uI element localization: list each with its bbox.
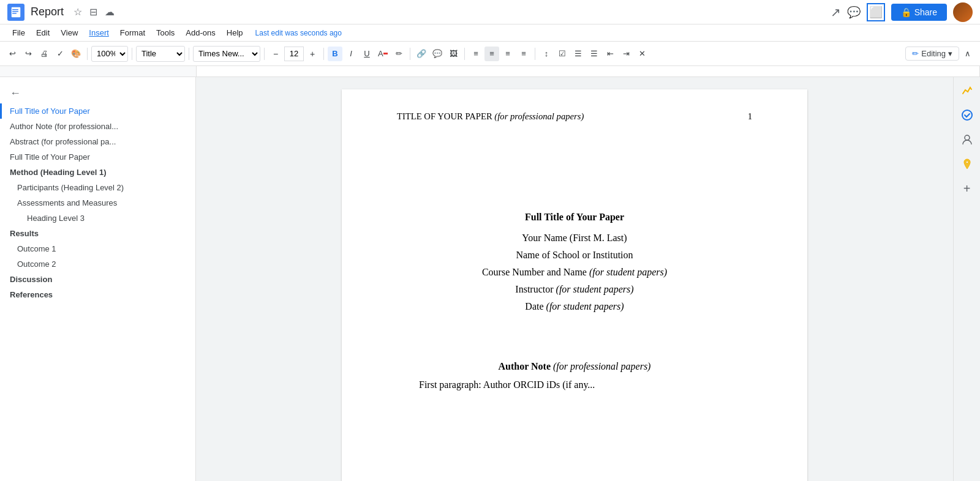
- first-paragraph: First paragraph: Author ORCID iDs (if an…: [397, 379, 752, 390]
- institution-name: Name of School or Institution: [397, 250, 752, 261]
- last-edit-label[interactable]: Last edit was seconds ago: [255, 29, 342, 37]
- author-note-title: Author Note: [499, 361, 551, 371]
- redo-button[interactable]: ↪: [21, 47, 36, 61]
- highlight-button[interactable]: ✏: [391, 47, 406, 61]
- sidebar-item-full-title[interactable]: Full Title of Your Paper: [0, 149, 195, 165]
- align-right-button[interactable]: ≡: [500, 47, 515, 61]
- line-spacing-button[interactable]: ↕: [539, 47, 554, 61]
- font-select[interactable]: Times New...: [193, 46, 260, 62]
- menu-edit[interactable]: Edit: [31, 27, 55, 39]
- paper-title: Full Title of Your Paper: [525, 212, 624, 222]
- increase-indent-button[interactable]: ⇥: [619, 47, 633, 61]
- page-number: 1: [748, 111, 752, 122]
- undo-button[interactable]: ↩: [5, 47, 20, 61]
- comment-button[interactable]: 💬: [430, 47, 445, 61]
- sidebar-item-heading3[interactable]: Heading Level 3: [0, 211, 195, 226]
- share-button[interactable]: 🔒 Share: [891, 4, 947, 21]
- sidebar-item-outcome1[interactable]: Outcome 1: [0, 241, 195, 256]
- numbered-list-button[interactable]: ☰: [587, 47, 601, 61]
- menu-addons[interactable]: Add-ons: [181, 27, 220, 39]
- bullet-list-button[interactable]: ☰: [571, 47, 586, 61]
- right-icon-add[interactable]: +: [959, 180, 976, 197]
- editing-mode-badge[interactable]: ✏ Editing ▾: [905, 47, 959, 61]
- date-note: (for student papers): [546, 301, 624, 311]
- sidebar-item-method[interactable]: Method (Heading Level 1): [0, 165, 195, 180]
- sidebar-item-author-note[interactable]: Author Note (for professional...: [0, 119, 195, 134]
- comments-icon[interactable]: 💬: [847, 6, 861, 19]
- right-icon-check[interactable]: [959, 106, 976, 124]
- zoom-select[interactable]: 100%: [91, 46, 128, 62]
- document-area[interactable]: TITLE OF YOUR PAPER (for professional pa…: [196, 77, 953, 481]
- decrease-indent-button[interactable]: ⇤: [603, 47, 617, 61]
- svg-rect-2: [12, 11, 18, 12]
- link-button[interactable]: 🔗: [414, 47, 429, 61]
- sidebar-item-assessments[interactable]: Assessments and Measures: [0, 195, 195, 211]
- menu-insert[interactable]: Insert: [84, 27, 114, 39]
- ruler-inner: [196, 66, 980, 76]
- separator-1: [87, 48, 88, 60]
- author-name: Your Name (First M. Last): [397, 233, 752, 244]
- font-size-input[interactable]: [284, 47, 304, 61]
- align-center-button[interactable]: ≡: [484, 47, 499, 61]
- right-icon-activity[interactable]: [959, 82, 976, 99]
- author-block: Your Name (First M. Last) Name of School…: [397, 233, 752, 312]
- paint-format-button[interactable]: 🎨: [69, 47, 83, 61]
- font-size-plus-button[interactable]: +: [305, 47, 320, 61]
- sidebar-item-participants[interactable]: Participants (Heading Level 2): [0, 180, 195, 195]
- spell-check-button[interactable]: ✓: [53, 47, 67, 61]
- document-outline-sidebar: ← Full Title of Your Paper Author Note (…: [0, 77, 196, 481]
- avatar[interactable]: [953, 2, 973, 22]
- sidebar-back-button[interactable]: ←: [0, 83, 195, 103]
- svg-point-5: [965, 135, 970, 140]
- separator-4: [264, 48, 265, 60]
- course-text: Course Number and Name: [482, 267, 587, 277]
- sidebar-item-references[interactable]: References: [0, 287, 195, 302]
- font-size-minus-button[interactable]: −: [268, 47, 283, 61]
- align-left-button[interactable]: ≡: [469, 47, 483, 61]
- instructor-text: Instructor: [515, 284, 553, 294]
- text-color-button[interactable]: A: [375, 47, 390, 61]
- italic-button[interactable]: I: [344, 47, 358, 61]
- course-note: (for student papers): [589, 267, 667, 277]
- star-icon[interactable]: ☆: [72, 5, 83, 19]
- activity-icon[interactable]: ↗: [831, 5, 841, 20]
- bold-button[interactable]: B: [328, 47, 342, 61]
- align-justify-button[interactable]: ≡: [516, 47, 531, 61]
- sidebar-item-abstract[interactable]: Abstract (for professional pa...: [0, 134, 195, 149]
- running-head-title: TITLE OF YOUR PAPER: [397, 111, 492, 121]
- image-button[interactable]: 🖼: [446, 47, 461, 61]
- editing-dropdown-icon: ▾: [948, 49, 952, 58]
- folder-icon[interactable]: ⊟: [88, 5, 99, 19]
- right-sidebar: +: [953, 77, 980, 481]
- document-title: Report: [31, 6, 64, 18]
- sidebar-item-discussion[interactable]: Discussion: [0, 272, 195, 287]
- right-icon-location[interactable]: [959, 155, 976, 173]
- menu-help[interactable]: Help: [222, 27, 248, 39]
- clear-formatting-button[interactable]: ✕: [635, 47, 649, 61]
- author-note-section: Author Note (for professional papers): [397, 361, 752, 372]
- author-note-suffix: (for professional papers): [553, 361, 650, 371]
- header-right: ↗ 💬 ⬜ 🔒 Share: [831, 2, 973, 22]
- main-content: ← Full Title of Your Paper Author Note (…: [0, 77, 980, 481]
- style-select[interactable]: Title: [136, 46, 185, 62]
- separator-6: [410, 48, 410, 60]
- checklist-button[interactable]: ☑: [555, 47, 570, 61]
- paper-title-block: Full Title of Your Paper: [397, 212, 752, 223]
- font-size-controls: − +: [268, 47, 320, 61]
- sidebar-item-results[interactable]: Results: [0, 226, 195, 241]
- meet-icon[interactable]: ⬜: [867, 3, 885, 21]
- share-label: Share: [914, 7, 937, 17]
- separator-2: [132, 48, 132, 60]
- menu-format[interactable]: Format: [115, 27, 150, 39]
- collapse-toolbar-button[interactable]: ∧: [960, 47, 975, 61]
- print-button[interactable]: 🖨: [37, 47, 51, 61]
- menu-file[interactable]: File: [7, 27, 30, 39]
- underline-button[interactable]: U: [360, 47, 374, 61]
- menu-view[interactable]: View: [56, 27, 83, 39]
- document-page: TITLE OF YOUR PAPER (for professional pa…: [342, 89, 807, 481]
- sidebar-item-full-title-active[interactable]: Full Title of Your Paper: [0, 103, 195, 119]
- menu-tools[interactable]: Tools: [151, 27, 179, 39]
- sidebar-item-outcome2[interactable]: Outcome 2: [0, 256, 195, 272]
- right-icon-person[interactable]: [959, 131, 976, 148]
- cloud-icon[interactable]: ☁: [104, 5, 116, 19]
